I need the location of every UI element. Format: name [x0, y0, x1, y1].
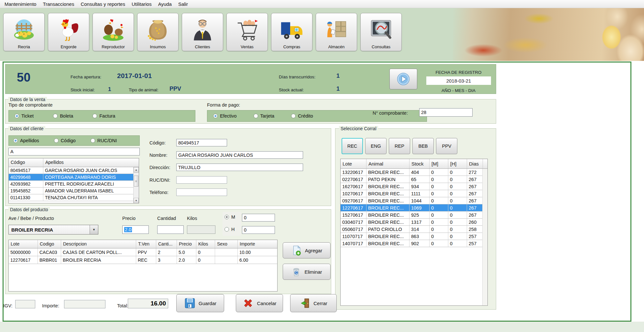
chevron-down-icon[interactable]: ▼ — [90, 225, 98, 234]
menu-item-ayuda[interactable]: Ayuda — [155, 1, 175, 7]
table-row[interactable]: 19545852AMADOR VALDERRAMA ISABEL — [9, 188, 139, 194]
eliminar-button[interactable]: Eliminar — [283, 264, 331, 280]
cliente-list-scrollbar[interactable]: ▲ ≡ ▼ — [133, 167, 139, 203]
table-cell: 12270617 — [9, 256, 38, 264]
column-header[interactable]: Codigo — [38, 240, 61, 248]
column-header[interactable]: Stock — [409, 159, 430, 168]
cliente-rucdni-field[interactable] — [176, 176, 227, 184]
column-header[interactable]: Sexo — [215, 240, 238, 248]
menu-item-transacciones[interactable]: Transacciones — [39, 1, 77, 7]
radio-pago-tarjeta[interactable]: Tarjeta — [254, 113, 275, 119]
column-header[interactable]: Animal — [366, 159, 409, 168]
producto-combobox[interactable]: BROILER RECRIA ▼ — [8, 225, 98, 235]
macho-count-field[interactable]: 0 — [242, 214, 275, 222]
table-cell: 0 — [448, 190, 467, 197]
toolbar-button-ventas[interactable]: Ventas — [226, 13, 268, 51]
table-cell: 0 — [430, 219, 448, 225]
hembra-count-field[interactable]: 0 — [242, 226, 275, 234]
table-row[interactable]: 50000000CACA03CAJAS DE CARTON POLL...PPV… — [9, 248, 277, 256]
guardar-button[interactable]: Guardar — [176, 294, 224, 312]
column-header[interactable]: T.Ven — [136, 240, 156, 248]
cliente-search-input[interactable]: A — [8, 148, 140, 155]
column-header[interactable]: Lote — [341, 159, 366, 168]
cliente-nombre-field[interactable]: GARCIA ROSARIO JUAN CARLOS — [176, 151, 303, 159]
column-header[interactable]: Código — [9, 158, 43, 167]
column-header[interactable]: Precio — [177, 240, 196, 248]
table-row[interactable]: 80494517GARCIA ROSARIO JUAN CARLOS — [9, 167, 139, 174]
table-row[interactable]: 14070717BROILER REC...90200257 — [341, 240, 487, 247]
column-header[interactable]: [M] — [430, 159, 448, 168]
column-header[interactable]: Dias — [467, 159, 483, 168]
table-cell: 0 — [196, 248, 215, 256]
table-row[interactable]: 11070717BROILER REC...86300257 — [341, 233, 487, 240]
agregar-button[interactable]: Agregar — [283, 242, 331, 258]
table-cell: 0 — [448, 204, 467, 211]
toolbar-button-clientes[interactable]: Clientes — [182, 13, 223, 51]
table-row[interactable]: 03040717BROILER REC...131700260 — [341, 219, 487, 226]
cerrar-button[interactable]: Cerrar — [290, 294, 337, 312]
scrollbar-thumb[interactable]: ≡ — [134, 176, 138, 187]
table-cell: 40299648 — [9, 174, 43, 180]
corral-tab-rec[interactable]: REC — [342, 138, 363, 154]
fecha-registro-field[interactable]: 2018-03-21 — [426, 76, 491, 85]
cliente-codigo-field[interactable]: 80494517 — [176, 139, 227, 146]
column-header[interactable]: [H] — [448, 159, 467, 168]
toolbar-button-consultas[interactable]: Consultas — [360, 13, 402, 51]
cantidad-field[interactable] — [157, 225, 184, 234]
toolbar-button-reproductor[interactable]: Reproductor — [93, 13, 134, 51]
toolbar-button-recria[interactable]: Recria — [3, 13, 45, 51]
scroll-up-icon[interactable]: ▲ — [134, 167, 139, 173]
corral-tab-rep[interactable]: REP — [389, 138, 410, 154]
toolbar-button-almacen[interactable]: Almacén — [316, 13, 357, 51]
table-row[interactable]: 40299648CORTEGANA ZAMBRANO DORIS — [9, 174, 139, 181]
radio-busqueda-apellidos[interactable]: Apellidos — [13, 138, 39, 143]
table-row[interactable]: 42093982PRETTEL RODRIGUEZ ARACELI — [9, 181, 139, 188]
radio-busqueda-rucdni[interactable]: RUC/DNI — [91, 138, 117, 143]
cancelar-button[interactable]: Cancelar — [236, 294, 283, 312]
radio-busqueda-cdigo[interactable]: Código — [54, 138, 76, 143]
menu-item-consultas-y-reportes[interactable]: Consultas y reportes — [77, 1, 128, 7]
scroll-down-icon[interactable]: ▼ — [134, 198, 139, 203]
corral-tab-beb[interactable]: BEB — [412, 138, 434, 154]
radio-comprobante-factura[interactable]: Factura — [93, 113, 115, 119]
radio-macho[interactable]: M — [224, 214, 235, 220]
table-row[interactable]: 16270617BROILER REC...93400267 — [341, 183, 487, 190]
toolbar-button-compras[interactable]: Compras — [271, 13, 312, 51]
tipo-comprobante-radiogroup: TicketBoletaFactura — [8, 110, 195, 122]
table-row[interactable]: 01141330TENAZOA CHUTAYI RITA — [9, 194, 139, 201]
column-header[interactable]: Lote — [9, 240, 38, 248]
table-row[interactable]: 09270617BROILER REC...104400267 — [341, 197, 487, 204]
cliente-telefono-field[interactable] — [176, 189, 227, 196]
table-row[interactable]: 12270617BROILER REC...106900267 — [341, 204, 487, 212]
corral-table-scrollbar[interactable] — [482, 169, 487, 305]
table-cell: CAJAS DE CARTON POLL... — [61, 248, 136, 256]
table-row[interactable]: 12270617BRBR01BROILER RECRIAREC32.006.00 — [9, 256, 277, 264]
table-row[interactable]: 02270617PATO PEKIN6500267 — [341, 176, 487, 183]
menu-item-salir[interactable]: Salir — [175, 1, 191, 7]
corral-tab-eng[interactable]: ENG — [365, 138, 387, 154]
toolbar-button-insumos[interactable]: Insumos — [137, 13, 179, 51]
radio-pago-efectivo[interactable]: Efectivo — [213, 113, 237, 119]
table-row[interactable]: 05060717PATO CRIOLLO31400258 — [341, 226, 487, 233]
column-header[interactable]: Kilos — [196, 240, 215, 248]
radio-hembra[interactable]: H — [224, 227, 235, 232]
table-row[interactable]: 13220617BROILER REC...40400272 — [341, 169, 487, 176]
table-row[interactable]: 15270617BROILER REC...92500267 — [341, 212, 487, 219]
corral-tab-ppv[interactable]: PPV — [436, 138, 457, 154]
column-header[interactable]: Descripcion — [61, 240, 136, 248]
radio-comprobante-ticket[interactable]: Ticket — [15, 113, 34, 119]
column-header[interactable]: Apellidos — [43, 158, 134, 167]
radio-pago-crdito[interactable]: Crédito — [291, 113, 313, 119]
table-row[interactable]: 10270617BROILER REC...111100267 — [341, 190, 487, 197]
next-record-button[interactable] — [389, 69, 417, 89]
precio-label: Precio — [122, 216, 136, 221]
column-header[interactable]: Canti... — [156, 240, 177, 248]
radio-comprobante-boleta[interactable]: Boleta — [53, 113, 73, 119]
cliente-direccion-field[interactable]: TRUJILLO — [176, 164, 303, 171]
column-header[interactable]: Importe — [238, 240, 277, 248]
comprobante-numero-field[interactable]: 28 — [419, 108, 473, 117]
toolbar-button-engorde[interactable]: Engorde — [48, 13, 89, 51]
menu-item-utilitarios[interactable]: Utilitarios — [128, 1, 155, 7]
menu-item-mantenimiento[interactable]: Mantenimiento — [1, 1, 39, 7]
precio-field[interactable]: 2.0 — [122, 225, 149, 234]
